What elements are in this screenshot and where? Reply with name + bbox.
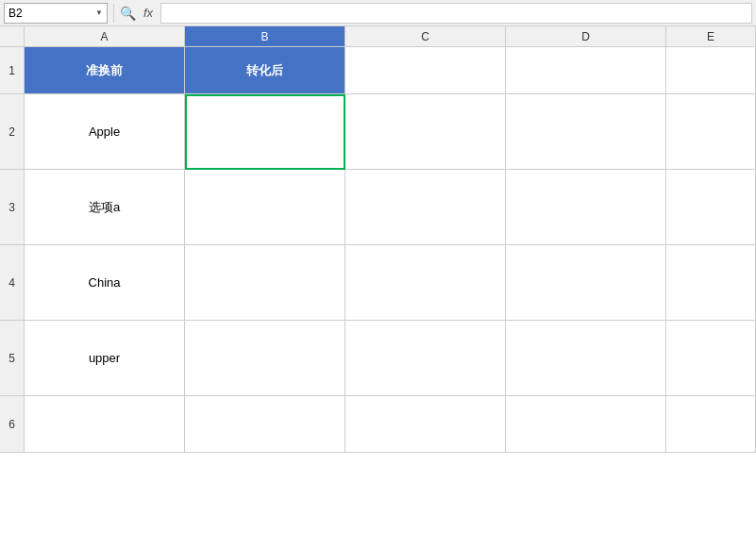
col-header-A[interactable]: A — [25, 26, 185, 46]
cell-E4[interactable] — [666, 245, 756, 321]
row-num-3: 3 — [0, 170, 25, 245]
col-header-C[interactable]: C — [345, 26, 506, 46]
row-1: 1 准换前 转化后 — [0, 47, 756, 94]
column-headers: A B C D E — [0, 26, 756, 47]
formula-input[interactable] — [160, 3, 752, 24]
name-box-value: B2 — [8, 7, 23, 20]
cell-B2[interactable] — [185, 94, 345, 170]
formula-bar: B2 ▼ 🔍 fx — [0, 0, 756, 26]
cell-D2[interactable] — [506, 94, 666, 170]
cell-D6[interactable] — [506, 396, 666, 453]
row-2: 2 Apple — [0, 94, 756, 170]
formula-bar-divider — [113, 4, 114, 23]
cell-B1[interactable]: 转化后 — [185, 47, 345, 94]
col-header-E[interactable]: E — [666, 26, 756, 46]
cell-E3[interactable] — [666, 170, 756, 245]
cell-C1[interactable] — [345, 47, 506, 94]
cell-A6[interactable] — [25, 396, 185, 453]
row-num-2: 2 — [0, 94, 25, 170]
cell-B5[interactable] — [185, 321, 345, 396]
cell-E2[interactable] — [666, 94, 756, 170]
cell-C4[interactable] — [345, 245, 506, 321]
cell-D5[interactable] — [506, 321, 666, 396]
cell-C5[interactable] — [345, 321, 506, 396]
cell-B4[interactable] — [185, 245, 345, 321]
cell-D4[interactable] — [506, 245, 666, 321]
spreadsheet: A B C D E 1 准换前 转化后 2 Apple 3 选项a — [0, 26, 756, 548]
cell-E6[interactable] — [666, 396, 756, 453]
cell-A4[interactable]: China — [25, 245, 185, 321]
cell-B6[interactable] — [185, 396, 345, 453]
cell-D3[interactable] — [506, 170, 666, 245]
col-header-D[interactable]: D — [506, 26, 666, 46]
row-num-6: 6 — [0, 396, 25, 453]
zoom-icon[interactable]: 🔍 — [120, 6, 136, 21]
cell-A3[interactable]: 选项a — [25, 170, 185, 245]
cell-E5[interactable] — [666, 321, 756, 396]
cell-A1[interactable]: 准换前 — [25, 47, 185, 94]
cell-B3[interactable] — [185, 170, 345, 245]
row-6: 6 — [0, 396, 756, 453]
cell-C3[interactable] — [345, 170, 506, 245]
name-box-arrow: ▼ — [95, 8, 103, 17]
cell-C6[interactable] — [345, 396, 506, 453]
cell-D1[interactable] — [506, 47, 666, 94]
row-5: 5 upper — [0, 321, 756, 396]
cell-A5[interactable]: upper — [25, 321, 185, 396]
row-3: 3 选项a — [0, 170, 756, 245]
row-num-5: 5 — [0, 321, 25, 396]
name-box[interactable]: B2 ▼ — [4, 3, 108, 24]
row-num-4: 4 — [0, 245, 25, 321]
rows-container: 1 准换前 转化后 2 Apple 3 选项a 4 C — [0, 47, 756, 548]
row-num-1: 1 — [0, 47, 25, 94]
cell-E1[interactable] — [666, 47, 756, 94]
cell-A2[interactable]: Apple — [25, 94, 185, 170]
cell-C2[interactable] — [345, 94, 506, 170]
row-num-header-corner — [0, 26, 25, 46]
row-4: 4 China — [0, 245, 756, 321]
fx-label: fx — [143, 6, 153, 20]
col-header-B[interactable]: B — [185, 26, 345, 46]
